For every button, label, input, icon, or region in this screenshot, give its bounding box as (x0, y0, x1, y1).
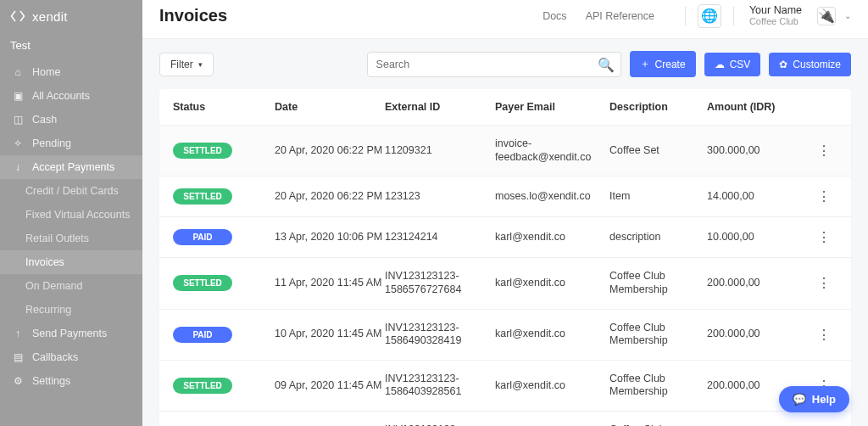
table-row[interactable]: SETTLED20 Apr, 2020 06:22 PM123123moses.… (159, 177, 851, 217)
table-row[interactable]: PAID10 Apr, 2020 11:45 AMINV123123123-15… (159, 310, 851, 361)
link-docs[interactable]: Docs (542, 10, 566, 22)
sidebar-item-all-accounts[interactable]: ▣All Accounts (0, 84, 142, 108)
search-field: 🔍 (367, 52, 621, 77)
status-badge: PAID (173, 229, 232, 245)
col-date: Date (275, 101, 385, 113)
col-payer-email: Payer Email (495, 101, 609, 113)
cell-email: invoice-feedback@xendit.co (495, 137, 609, 164)
sidebar-item-settings[interactable]: ⚙Settings (0, 369, 142, 393)
search-icon: 🔍 (598, 56, 615, 72)
cell-external-id: 11209321 (385, 144, 495, 158)
cell-email: karl@xendit.co (495, 277, 609, 290)
sidebar-item-label: Send Payments (32, 328, 107, 339)
sidebar-item-cash[interactable]: ◫Cash (0, 108, 142, 132)
plug-button[interactable]: 🔌 (817, 7, 836, 25)
cell-date: 20 Apr, 2020 06:22 PM (275, 190, 385, 204)
col-description: Description (609, 101, 707, 113)
chevron-down-icon: ⌄ (844, 11, 851, 20)
cell-description: Item (609, 190, 707, 204)
sidebar-item-invoices[interactable]: Invoices (0, 250, 142, 274)
profile-account: Coffee Club (749, 16, 802, 26)
gear-icon: ✿ (779, 59, 787, 70)
table-row[interactable]: SETTLED20 Apr, 2020 06:22 PM11209321invo… (159, 126, 851, 177)
plus-icon: ＋ (640, 57, 650, 71)
csv-button[interactable]: ☁CSV (704, 53, 761, 76)
cell-date: 10 Apr, 2020 11:45 AM (275, 328, 385, 341)
cell-amount: 10.000,00 (707, 231, 804, 244)
status-badge: SETTLED (173, 188, 232, 205)
filter-button[interactable]: Filter▾ (159, 53, 214, 76)
cell-date: 20 Apr, 2020 06:22 PM (275, 144, 385, 158)
page-title: Invoices (159, 6, 227, 25)
cell-date: 13 Apr, 2020 10:06 PM (275, 231, 385, 244)
cash-icon: ◫ (12, 114, 24, 126)
plug-icon: 🔌 (818, 8, 835, 24)
callbacks-icon: ▤ (12, 351, 24, 363)
cell-amount: 200.000,00 (707, 328, 804, 341)
table-row[interactable]: SETTLED08 Apr, 2020 11:45 AMINV123123123… (159, 412, 851, 426)
row-actions-button[interactable]: ⋮ (804, 275, 830, 291)
sidebar: xendit Test ⌂Home ▣All Accounts ◫Cash ✧P… (0, 0, 142, 426)
sidebar-item-label: Fixed Virtual Accounts (25, 209, 130, 221)
brand-logo: xendit (0, 0, 142, 36)
cell-email: karl@xendit.co (495, 231, 609, 244)
cell-external-id: INV123123123-1586403928561 (385, 373, 495, 399)
table-row[interactable]: SETTLED09 Apr, 2020 11:45 AMINV123123123… (159, 361, 851, 412)
row-actions-button[interactable]: ⋮ (804, 327, 830, 343)
sidebar-item-label: Cash (32, 114, 57, 126)
status-badge: SETTLED (173, 378, 232, 394)
gear-icon: ⚙ (12, 375, 24, 387)
sidebar-item-label: Accept Payments (32, 161, 114, 173)
sidebar-item-accept-payments[interactable]: ↓Accept Payments (0, 155, 142, 179)
cell-description: Coffee Set (609, 144, 707, 158)
profile-name: Your Name (749, 5, 802, 17)
sidebar-item-home[interactable]: ⌂Home (0, 60, 142, 84)
sidebar-item-cards[interactable]: Credit / Debit Cards (0, 179, 142, 203)
sidebar-item-on-demand[interactable]: On Demand (0, 274, 142, 298)
sidebar-item-retail[interactable]: Retail Outlets (0, 227, 142, 250)
row-actions-button[interactable]: ⋮ (804, 143, 830, 159)
accounts-icon: ▣ (12, 90, 24, 102)
row-actions-button[interactable]: ⋮ (804, 188, 830, 205)
sidebar-item-fva[interactable]: Fixed Virtual Accounts (0, 203, 142, 227)
col-external-id: External ID (385, 101, 495, 113)
xendit-logo-icon (10, 8, 25, 24)
col-amount: Amount (IDR) (707, 101, 804, 113)
cell-amount: 300.000,00 (707, 144, 804, 158)
table-row[interactable]: SETTLED11 Apr, 2020 11:45 AMINV123123123… (159, 258, 851, 309)
invoice-table: Status Date External ID Payer Email Desc… (159, 89, 851, 426)
download-icon: ↓ (12, 161, 24, 173)
cell-date: 11 Apr, 2020 11:45 AM (275, 277, 385, 290)
sidebar-item-callbacks[interactable]: ▤Callbacks (0, 345, 142, 369)
sidebar-item-send-payments[interactable]: ↑Send Payments (0, 322, 142, 345)
brand-text: xendit (32, 9, 68, 24)
sidebar-item-pending[interactable]: ✧Pending (0, 132, 142, 155)
customize-button[interactable]: ✿Customize (769, 53, 851, 76)
cell-external-id: 123123 (385, 190, 495, 204)
sidebar-item-recurring[interactable]: Recurring (0, 298, 142, 322)
sidebar-item-label: Pending (32, 137, 71, 149)
filter-label: Filter (170, 59, 193, 70)
profile-menu[interactable]: Your Name Coffee Club 🔌 ⌄ (749, 5, 851, 27)
search-input[interactable] (367, 52, 621, 77)
cell-description: Coffee Club Membership (609, 270, 707, 296)
main: Invoices Docs API Reference 🌐 Your Name … (142, 0, 868, 426)
row-actions-button[interactable]: ⋮ (804, 229, 830, 245)
sidebar-item-label: Callbacks (32, 351, 78, 363)
table-header: Status Date External ID Payer Email Desc… (159, 89, 851, 126)
status-badge: SETTLED (173, 275, 232, 291)
language-button[interactable]: 🌐 (698, 4, 721, 28)
sidebar-item-label: On Demand (25, 280, 82, 292)
sidebar-item-label: Recurring (25, 304, 71, 316)
cell-email: karl@xendit.co (495, 328, 609, 341)
create-button[interactable]: ＋Create (630, 51, 696, 77)
sidebar-item-label: Home (32, 66, 60, 78)
cell-amount: 14.000,00 (707, 190, 804, 204)
cell-external-id: INV123123123-1586490328419 (385, 322, 495, 348)
help-button[interactable]: 💬 Help (779, 386, 849, 412)
mode-label: Test (0, 36, 142, 60)
table-row[interactable]: PAID13 Apr, 2020 10:06 PM123124214karl@x… (159, 217, 851, 258)
link-api-reference[interactable]: API Reference (586, 10, 654, 22)
cell-email: moses.lo@xendit.co (495, 190, 609, 204)
cell-description: Coffee Club Membership (609, 373, 707, 399)
